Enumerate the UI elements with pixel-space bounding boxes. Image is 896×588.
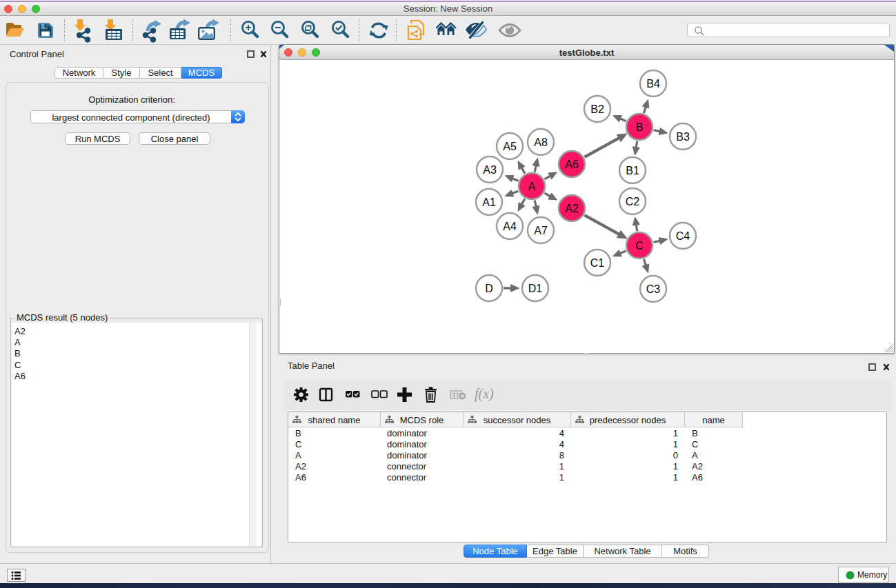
svg-text:B: B bbox=[636, 121, 644, 133]
svg-text:D1: D1 bbox=[528, 283, 543, 294]
svg-text:B3: B3 bbox=[676, 131, 690, 143]
svg-text:B1: B1 bbox=[626, 165, 639, 176]
svg-text:A1: A1 bbox=[482, 196, 496, 208]
svg-text:C2: C2 bbox=[626, 196, 640, 207]
svg-text:D: D bbox=[485, 283, 493, 294]
svg-text:C4: C4 bbox=[676, 230, 690, 242]
svg-text:A8: A8 bbox=[534, 136, 548, 148]
svg-text:C: C bbox=[635, 240, 644, 252]
svg-text:A3: A3 bbox=[483, 164, 497, 176]
svg-text:A: A bbox=[528, 181, 536, 192]
svg-text:B4: B4 bbox=[646, 78, 660, 90]
svg-text:B2: B2 bbox=[590, 103, 604, 115]
svg-text:A7: A7 bbox=[534, 225, 548, 236]
svg-text:A2: A2 bbox=[565, 203, 579, 214]
svg-text:C1: C1 bbox=[590, 257, 605, 269]
svg-text:C3: C3 bbox=[646, 283, 661, 295]
svg-text:A4: A4 bbox=[503, 221, 517, 232]
svg-text:A5: A5 bbox=[503, 141, 517, 152]
svg-text:A6: A6 bbox=[565, 159, 579, 170]
